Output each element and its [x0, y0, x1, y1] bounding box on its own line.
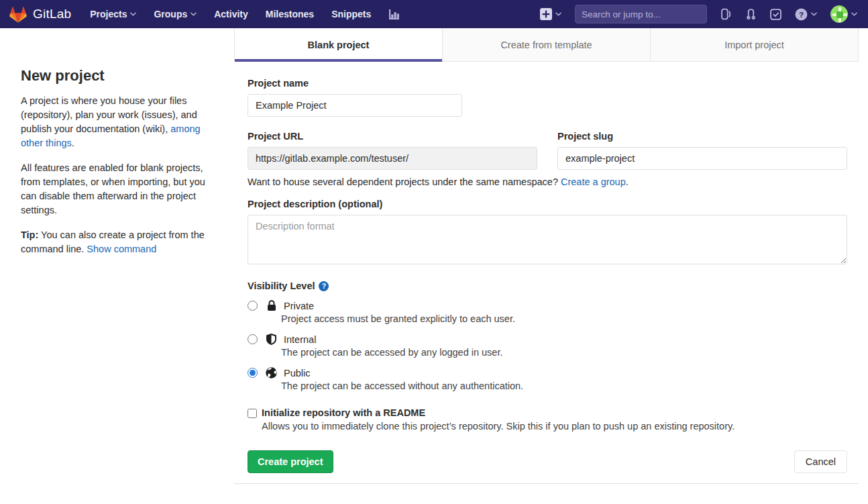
features-paragraph: All features are enabled for blank proje… — [21, 161, 214, 217]
tab-import-project[interactable]: Import project — [650, 28, 858, 61]
blank-project-form: Project name Project URL Project slug Wa… — [234, 62, 859, 473]
readme-section: Initialize repository with a README Allo… — [248, 407, 847, 432]
lock-icon — [265, 300, 278, 311]
tanuki-icon — [9, 6, 27, 23]
nav-milestones[interactable]: Milestones — [266, 9, 314, 19]
form-footer: Create project Cancel — [248, 450, 847, 473]
navbar-right: ? — [540, 5, 857, 23]
create-project-button[interactable]: Create project — [248, 450, 333, 473]
instance-statistics-icon[interactable] — [388, 9, 400, 20]
project-name-input[interactable] — [248, 94, 462, 117]
help-icon: ? — [795, 8, 808, 21]
project-url-input[interactable] — [248, 147, 537, 170]
visibility-level-label: Visibility Level — [248, 281, 315, 291]
globe-icon — [265, 367, 278, 379]
project-slug-label: Project slug — [557, 131, 847, 142]
page-title: New project — [21, 67, 214, 85]
nav-snippets[interactable]: Snippets — [331, 9, 371, 19]
project-name-label: Project name — [248, 78, 847, 89]
avatar — [830, 5, 848, 23]
namespace-hint: Want to house several dependent projects… — [248, 177, 847, 187]
project-slug-input[interactable] — [557, 147, 847, 170]
project-description-label: Project description (optional) — [248, 199, 847, 209]
readme-description: Allows you to immediately clone this pro… — [262, 421, 847, 432]
visibility-option-private: Private Project access must be granted e… — [248, 300, 847, 324]
nav-links: Projects Groups Activity Milestones Snip… — [90, 9, 371, 19]
svg-text:?: ? — [799, 9, 804, 18]
public-radio[interactable] — [248, 368, 258, 378]
todos-icon[interactable] — [770, 9, 781, 20]
show-command-link[interactable]: Show command — [87, 244, 156, 254]
shield-icon — [265, 334, 278, 345]
user-menu-button[interactable] — [830, 5, 857, 23]
nav-groups[interactable]: Groups — [154, 9, 197, 19]
project-url-label: Project URL — [248, 131, 537, 142]
visibility-help-icon[interactable]: ? — [319, 281, 329, 291]
cancel-button[interactable]: Cancel — [794, 450, 847, 473]
brand-name: GitLab — [33, 7, 71, 21]
help-menu-button[interactable]: ? — [795, 8, 817, 21]
chevron-down-icon — [811, 12, 817, 16]
merge-requests-icon[interactable] — [745, 8, 757, 20]
readme-label: Initialize repository with a README — [262, 407, 425, 418]
readme-checkbox[interactable] — [248, 409, 257, 418]
nav-activity[interactable]: Activity — [214, 9, 248, 19]
issues-icon[interactable] — [720, 8, 732, 20]
project-tabs: Blank project Create from template Impor… — [234, 28, 859, 62]
chevron-down-icon — [555, 12, 561, 16]
tab-create-from-template[interactable]: Create from template — [442, 28, 650, 61]
top-navbar: GitLab Projects Groups Activity Mileston… — [0, 0, 868, 28]
chevron-down-icon — [130, 12, 136, 16]
tab-blank-project[interactable]: Blank project — [235, 28, 442, 61]
project-description-textarea[interactable] — [248, 215, 847, 264]
search-input[interactable] — [582, 9, 700, 19]
visibility-option-public: Public The project can be accessed witho… — [248, 367, 847, 391]
internal-radio[interactable] — [248, 334, 258, 344]
search-box[interactable] — [575, 5, 707, 23]
create-a-group-link[interactable]: Create a group — [561, 177, 626, 187]
tip-paragraph: Tip: You can also create a project from … — [21, 228, 214, 256]
main-content: New project A project is where you house… — [0, 28, 868, 484]
new-project-panel: Blank project Create from template Impor… — [234, 28, 859, 484]
new-menu-button[interactable] — [540, 8, 561, 20]
visibility-option-internal: Internal The project can be accessed by … — [248, 334, 847, 358]
gitlab-logo[interactable]: GitLab — [9, 6, 71, 23]
chevron-down-icon — [851, 12, 857, 16]
sidebar-description: New project A project is where you house… — [0, 28, 234, 267]
chevron-down-icon — [191, 12, 197, 16]
nav-projects[interactable]: Projects — [90, 9, 136, 19]
plus-square-icon — [540, 8, 552, 20]
intro-paragraph: A project is where you house your files … — [21, 94, 214, 150]
private-radio[interactable] — [248, 301, 258, 311]
